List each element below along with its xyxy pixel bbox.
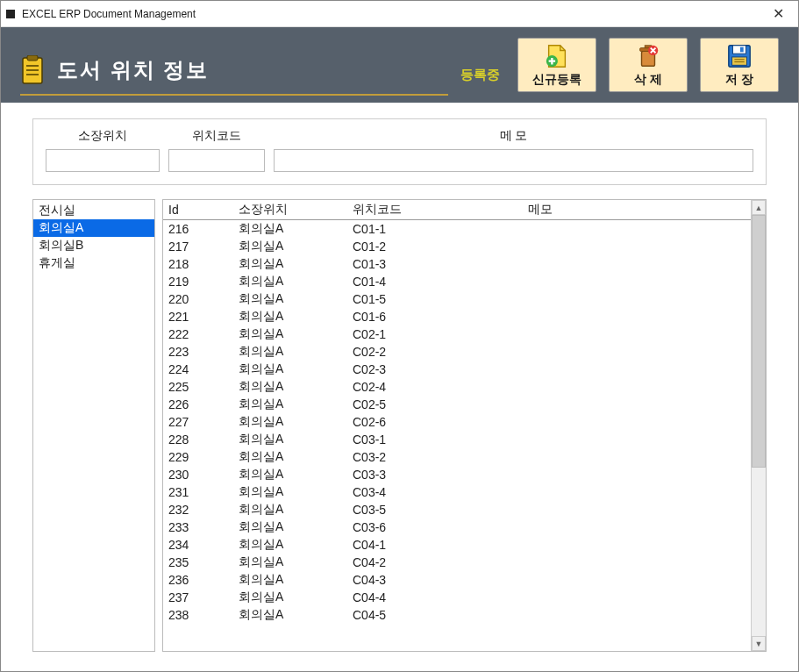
cell-code: C02-5	[347, 396, 523, 413]
table-row[interactable]: 230회의실AC03-3	[163, 466, 751, 483]
filter-location-label: 소장위치	[78, 128, 127, 144]
data-table-scroll: Id 소장위치 위치코드 메모 216회의실AC01-1217회의실AC01-2…	[163, 200, 751, 651]
sidebar-item[interactable]: 휴게실	[33, 254, 154, 272]
cell-location: 회의실A	[233, 518, 347, 536]
table-row[interactable]: 222회의실AC02-1	[163, 325, 751, 343]
cell-location: 회의실A	[233, 325, 347, 343]
cell-memo	[523, 220, 751, 238]
cell-id: 233	[163, 518, 233, 536]
table-row[interactable]: 217회의실AC01-2	[163, 238, 751, 255]
cell-location: 회의실A	[233, 483, 347, 501]
cell-memo	[523, 361, 751, 378]
table-row[interactable]: 229회의실AC03-2	[163, 448, 751, 466]
app-icon	[6, 10, 15, 18]
sidebar-item[interactable]: 회의실B	[33, 237, 154, 254]
table-row[interactable]: 221회의실AC01-6	[163, 308, 751, 325]
cell-memo	[523, 378, 751, 396]
filter-memo-label: 메 모	[500, 128, 528, 144]
cell-code: C03-3	[347, 466, 523, 483]
cell-code: C02-2	[347, 343, 523, 361]
cell-code: C01-5	[347, 290, 523, 308]
save-button[interactable]: 저 장	[700, 38, 779, 92]
table-row[interactable]: 232회의실AC03-5	[163, 501, 751, 518]
close-button[interactable]: ✕	[764, 4, 793, 24]
cell-id: 235	[163, 554, 233, 571]
cell-location: 회의실A	[233, 238, 347, 255]
floppy-icon	[726, 43, 753, 69]
filter-location-input[interactable]	[46, 149, 160, 172]
sidebar-item[interactable]: 전시실	[33, 202, 154, 219]
cell-id: 231	[163, 483, 233, 501]
cell-id: 227	[163, 413, 233, 431]
cell-code: C03-4	[347, 483, 523, 501]
status-text: 등록중	[460, 67, 505, 96]
cell-id: 224	[163, 361, 233, 378]
cell-location: 회의실A	[233, 431, 347, 448]
trash-icon	[635, 43, 661, 69]
cell-memo	[523, 536, 751, 554]
table-row[interactable]: 238회의실AC04-5	[163, 606, 751, 624]
cell-id: 229	[163, 448, 233, 466]
table-row[interactable]: 219회의실AC01-4	[163, 273, 751, 290]
col-header-id[interactable]: Id	[163, 200, 233, 220]
filter-code-label: 위치코드	[192, 128, 241, 144]
cell-id: 218	[163, 255, 233, 273]
content-area: 전시실회의실A회의실B휴게실 Id 소장위치 위치코드 메모 216회의실AC0…	[1, 192, 798, 671]
cell-id: 216	[163, 220, 233, 238]
cell-memo	[523, 325, 751, 343]
cell-location: 회의실A	[233, 361, 347, 378]
col-header-location[interactable]: 소장위치	[233, 200, 347, 220]
page-title: 도서 위치 정보	[57, 56, 209, 84]
scroll-thumb[interactable]	[752, 215, 766, 468]
cell-memo	[523, 571, 751, 589]
table-row[interactable]: 235회의실AC04-2	[163, 554, 751, 571]
cell-code: C03-6	[347, 518, 523, 536]
col-header-code[interactable]: 위치코드	[347, 200, 523, 220]
cell-code: C01-1	[347, 220, 523, 238]
table-row[interactable]: 233회의실AC03-6	[163, 518, 751, 536]
titlebar: EXCEL ERP Document Management ✕	[1, 1, 798, 27]
cell-code: C02-1	[347, 325, 523, 343]
filter-code-input[interactable]	[168, 149, 265, 172]
table-row[interactable]: 224회의실AC02-3	[163, 361, 751, 378]
cell-location: 회의실A	[233, 448, 347, 466]
cell-memo	[523, 308, 751, 325]
delete-button[interactable]: 삭 제	[609, 38, 688, 92]
table-row[interactable]: 223회의실AC02-2	[163, 343, 751, 361]
sidebar-item[interactable]: 회의실A	[33, 219, 154, 237]
cell-id: 221	[163, 308, 233, 325]
cell-memo	[523, 413, 751, 431]
table-row[interactable]: 227회의실AC02-6	[163, 413, 751, 431]
vertical-scrollbar[interactable]: ▲ ▼	[751, 200, 766, 651]
delete-button-label: 삭 제	[634, 72, 662, 88]
new-button[interactable]: 신규등록	[517, 38, 596, 92]
svg-rect-12	[740, 46, 744, 52]
table-row[interactable]: 228회의실AC03-1	[163, 431, 751, 448]
cell-code: C04-5	[347, 606, 523, 624]
cell-memo	[523, 554, 751, 571]
col-header-memo[interactable]: 메모	[523, 200, 751, 220]
cell-code: C01-4	[347, 273, 523, 290]
table-row[interactable]: 231회의실AC03-4	[163, 483, 751, 501]
scroll-up-button[interactable]: ▲	[752, 200, 766, 215]
table-row[interactable]: 216회의실AC01-1	[163, 220, 751, 238]
scroll-track[interactable]	[752, 215, 766, 636]
location-list[interactable]: 전시실회의실A회의실B휴게실	[32, 199, 155, 652]
app-window: EXCEL ERP Document Management ✕ 도서 위치 정보…	[0, 0, 799, 672]
table-row[interactable]: 226회의실AC02-5	[163, 396, 751, 413]
table-row[interactable]: 236회의실AC04-3	[163, 571, 751, 589]
filter-memo-input[interactable]	[274, 149, 753, 172]
table-row[interactable]: 225회의실AC02-4	[163, 378, 751, 396]
cell-location: 회의실A	[233, 554, 347, 571]
table-row[interactable]: 234회의실AC04-1	[163, 536, 751, 554]
cell-code: C03-5	[347, 501, 523, 518]
table-row[interactable]: 218회의실AC01-3	[163, 255, 751, 273]
new-button-label: 신규등록	[532, 72, 581, 88]
scroll-down-button[interactable]: ▼	[752, 636, 766, 651]
table-row[interactable]: 220회의실AC01-5	[163, 290, 751, 308]
table-row[interactable]: 237회의실AC04-4	[163, 589, 751, 606]
svg-rect-1	[27, 55, 38, 61]
cell-code: C01-6	[347, 308, 523, 325]
cell-location: 회의실A	[233, 413, 347, 431]
cell-id: 219	[163, 273, 233, 290]
